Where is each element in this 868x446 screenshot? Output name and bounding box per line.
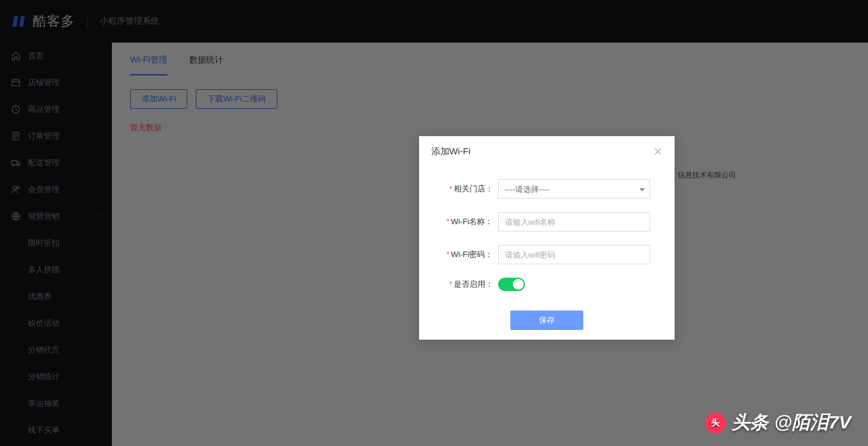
close-icon[interactable]: ✕: [653, 146, 662, 157]
store-label: *相关门店：: [431, 184, 498, 194]
wifi-password-label: *Wi-Fi密码：: [431, 249, 498, 260]
watermark-icon: 头: [705, 413, 726, 433]
watermark: 头 头条 @陌泪7V: [705, 410, 851, 435]
save-button[interactable]: 保存: [510, 310, 583, 330]
add-wifi-modal: 添加Wi-Fi ✕ *相关门店： ----请选择---- *Wi-Fi名称：: [419, 136, 675, 340]
enable-toggle[interactable]: [498, 278, 525, 291]
wifi-name-label: *Wi-Fi名称：: [431, 216, 498, 227]
modal-header: 添加Wi-Fi ✕: [419, 136, 675, 167]
watermark-handle: @陌泪7V: [774, 410, 851, 435]
modal-overlay[interactable]: 添加Wi-Fi ✕ *相关门店： ----请选择---- *Wi-Fi名称：: [0, 0, 868, 446]
wifi-password-input[interactable]: [498, 245, 650, 264]
store-select[interactable]: ----请选择----: [498, 179, 650, 199]
watermark-prefix: 头条: [732, 410, 768, 435]
modal-title: 添加Wi-Fi: [431, 146, 471, 157]
wifi-name-input[interactable]: [498, 212, 650, 232]
enable-label: *是否启用：: [431, 279, 498, 290]
